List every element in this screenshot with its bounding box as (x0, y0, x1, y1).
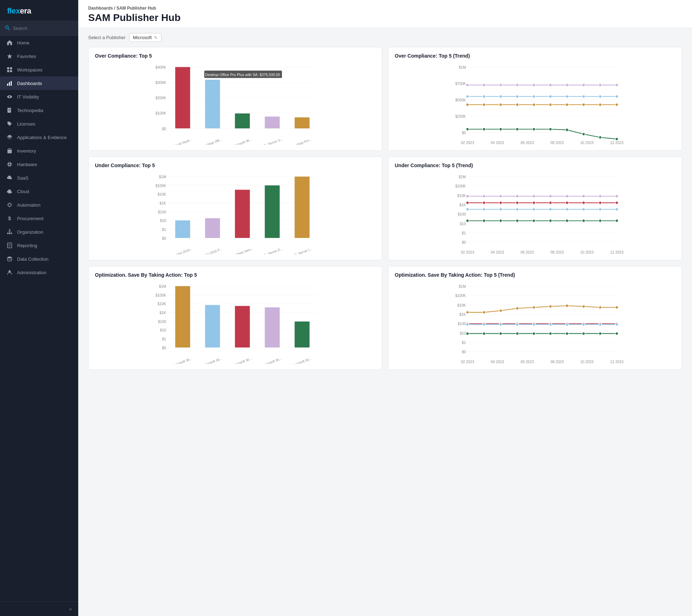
svg-text:$1M: $1M (459, 285, 466, 288)
svg-point-194 (615, 201, 618, 204)
sidebar-item-label-data-collection: Data Collection (17, 256, 48, 262)
sidebar-item-favorites[interactable]: Favorites (0, 49, 78, 63)
svg-point-109 (499, 95, 502, 98)
svg-point-106 (615, 103, 618, 106)
sidebar-item-workspaces[interactable]: Workspaces (0, 63, 78, 76)
svg-text:08 2023: 08 2023 (550, 360, 564, 364)
svg-point-96 (615, 138, 618, 140)
svg-point-103 (566, 103, 569, 106)
sidebar-item-inventory[interactable]: Inventory (0, 144, 78, 158)
svg-point-267 (532, 306, 535, 309)
svg-text:02 2023: 02 2023 (461, 141, 474, 145)
sidebar-item-saas[interactable]: SaaS (0, 171, 78, 185)
svg-point-199 (532, 208, 535, 211)
publisher-value: Microsoft (133, 35, 152, 40)
chart-title-optimization-top5: Optimization. Save By Taking Action: Top… (95, 272, 376, 278)
main-content: Dashboards / SAM Publisher Hub SAM Publi… (78, 0, 692, 616)
svg-point-270 (582, 305, 585, 308)
svg-point-292 (615, 323, 618, 326)
svg-text:$0: $0 (462, 350, 466, 354)
search-bar[interactable] (0, 21, 78, 36)
sidebar-item-label-cloud: Cloud (17, 189, 29, 194)
sidebar-item-label-saas: SaaS (17, 175, 28, 181)
svg-text:Visio 2016 P...: Visio 2016 P... (202, 247, 223, 254)
svg-text:12 2023: 12 2023 (610, 141, 624, 145)
org-icon (6, 229, 13, 235)
sidebar-item-licenses[interactable]: Licenses (0, 117, 78, 131)
sidebar-item-reporting[interactable]: Reporting (0, 239, 78, 252)
svg-point-91 (532, 128, 535, 131)
svg-text:SQL Server E...: SQL Server E... (261, 247, 283, 254)
svg-point-289 (566, 323, 569, 326)
svg-text:$1K: $1K (160, 201, 166, 205)
svg-point-94 (582, 133, 585, 136)
svg-point-87 (466, 128, 469, 131)
svg-text:06 2023: 06 2023 (521, 250, 534, 254)
svg-text:12 2023: 12 2023 (610, 360, 624, 364)
svg-rect-67 (295, 117, 310, 128)
sidebar-item-it-visibility[interactable]: IT Visibility (0, 90, 78, 103)
svg-point-288 (549, 323, 552, 326)
publisher-select[interactable]: Microsoft ✎ (129, 33, 161, 42)
svg-text:$10K: $10K (158, 302, 166, 306)
svg-rect-61 (205, 80, 220, 128)
sidebar-item-technopedia[interactable]: Technopedia (0, 103, 78, 117)
svg-text:$10K: $10K (158, 192, 166, 196)
svg-point-180 (549, 195, 552, 198)
svg-point-117 (466, 84, 469, 86)
svg-point-88 (483, 128, 485, 131)
svg-text:04 2023: 04 2023 (491, 360, 504, 364)
sidebar-item-data-collection[interactable]: Data Collection (0, 252, 78, 266)
svg-point-121 (532, 84, 535, 86)
svg-point-114 (582, 95, 585, 98)
svg-point-188 (516, 201, 519, 204)
sidebar-item-automation[interactable]: Automation (0, 198, 78, 212)
edit-icon: ✎ (154, 35, 158, 40)
sidebar-bottom: « (0, 601, 78, 616)
sidebar-item-procurement[interactable]: $ Procurement (0, 212, 78, 225)
publisher-row: Select a Publisher Microsoft ✎ (78, 28, 692, 47)
svg-point-214 (615, 219, 618, 222)
sidebar-item-applications-evidence[interactable]: Applications & Evidence (0, 131, 78, 144)
svg-point-207 (499, 219, 502, 222)
svg-point-264 (483, 311, 485, 314)
svg-point-97 (466, 103, 469, 106)
sidebar-item-administration[interactable]: Administration (0, 266, 78, 279)
svg-point-104 (582, 103, 585, 106)
chart-area-under-compliance-trend: $1M$100K$10K$1K$100$10$1$002 202304 2023… (395, 172, 675, 254)
chart-optimization-top5: Optimization. Save By Taking Action: Top… (88, 266, 382, 370)
sidebar-item-label-workspaces: Workspaces (17, 67, 42, 73)
svg-point-120 (516, 84, 519, 86)
svg-point-202 (582, 208, 585, 211)
svg-text:$1K: $1K (459, 313, 466, 317)
sidebar-item-home[interactable]: Home (0, 36, 78, 49)
svg-text:Desktop Pro...: Desktop Pro... (291, 138, 312, 145)
svg-text:$100K: $100K (155, 111, 166, 115)
search-input[interactable] (13, 26, 73, 31)
svg-point-297 (532, 332, 535, 335)
svg-point-195 (466, 208, 469, 211)
svg-point-110 (516, 95, 519, 98)
sidebar-item-hardware[interactable]: Hardware (0, 158, 78, 171)
sidebar-item-dashboards[interactable]: Dashboards (0, 76, 78, 90)
svg-text:$10: $10 (460, 331, 466, 335)
svg-text:$0: $0 (462, 240, 466, 244)
svg-text:$300K: $300K (155, 81, 166, 85)
svg-text:Microsoft 36...: Microsoft 36... (172, 357, 193, 364)
sidebar-item-cloud[interactable]: Cloud (0, 185, 78, 198)
svg-point-266 (516, 307, 519, 310)
svg-point-115 (599, 95, 602, 98)
chart-area-under-compliance-top5: $1M$100K$10K$1K$100$10$1$0Project 2016..… (95, 172, 376, 254)
sidebar-item-organization[interactable]: Organization (0, 225, 78, 239)
svg-point-178 (516, 195, 519, 198)
svg-text:$1M: $1M (459, 65, 466, 69)
svg-point-99 (499, 103, 502, 106)
svg-point-201 (566, 208, 569, 211)
svg-point-31 (9, 204, 11, 206)
svg-point-197 (499, 208, 502, 211)
svg-point-93 (566, 128, 569, 131)
collapse-button[interactable]: « (69, 606, 72, 612)
page-title: SAM Publisher Hub (88, 12, 682, 23)
svg-point-268 (549, 305, 552, 308)
svg-text:08 2023: 08 2023 (550, 250, 564, 254)
